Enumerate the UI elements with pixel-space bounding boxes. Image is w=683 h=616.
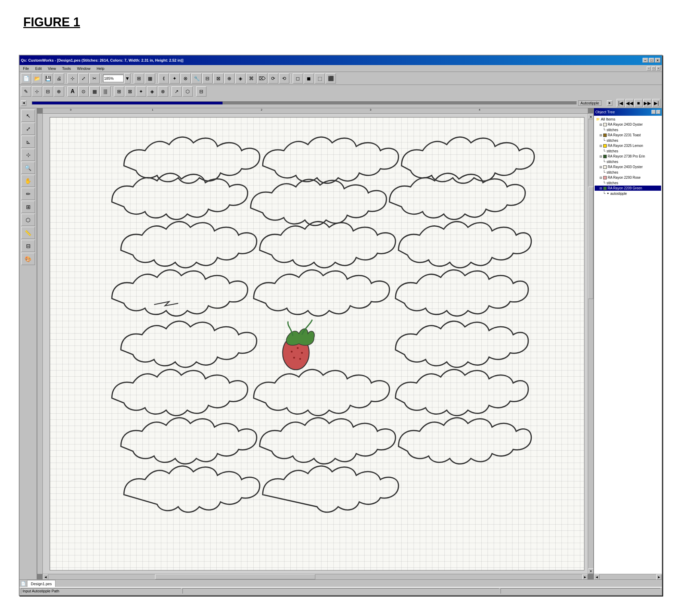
save-button[interactable]: 💾 bbox=[43, 73, 53, 84]
tree-close-btn[interactable]: × bbox=[656, 110, 660, 114]
inner-close-btn[interactable]: × bbox=[656, 66, 660, 71]
tree-item-stitches3[interactable]: └ stitches bbox=[595, 148, 661, 154]
menu-window[interactable]: Window bbox=[75, 66, 92, 71]
tool2-c[interactable]: ⊟ bbox=[43, 86, 53, 97]
menu-tools[interactable]: Tools bbox=[60, 66, 73, 71]
tool2-o[interactable]: ⬡ bbox=[182, 86, 193, 97]
tool-pan[interactable]: ✋ bbox=[21, 175, 35, 187]
print-button[interactable]: 🖨 bbox=[54, 73, 64, 84]
tree-item-stitches4[interactable]: └ stitches bbox=[595, 159, 661, 164]
tool-crop[interactable]: ⊹ bbox=[21, 149, 35, 161]
tree-item-stitches1[interactable]: └ stitches bbox=[595, 127, 661, 133]
tree-scroll-track[interactable] bbox=[599, 574, 656, 579]
tool-e[interactable]: ⊟ bbox=[202, 73, 213, 84]
tool-pencil[interactable]: ✏ bbox=[21, 188, 35, 200]
minimize-button[interactable]: − bbox=[643, 58, 648, 63]
tool2-b[interactable]: ⊹ bbox=[32, 86, 42, 97]
tool-m[interactable]: ◻ bbox=[293, 73, 303, 84]
h-scrollbar[interactable]: ◀ ▶ bbox=[43, 574, 588, 579]
tool-j[interactable]: ⌦ bbox=[257, 73, 267, 84]
tool2-g[interactable]: ▦ bbox=[89, 86, 100, 97]
menu-file[interactable]: File bbox=[21, 66, 31, 71]
tool-k[interactable]: ⟳ bbox=[268, 73, 278, 84]
tool2-e[interactable]: A bbox=[67, 86, 78, 97]
tree-item-green[interactable]: ⊟ RA Rayon 2209 Green bbox=[595, 186, 661, 191]
play-next-btn[interactable]: ▶▶ bbox=[643, 99, 652, 107]
play-prev-btn[interactable]: ◀◀ bbox=[625, 99, 634, 107]
tool-g[interactable]: ⊕ bbox=[224, 73, 235, 84]
drawing-canvas[interactable] bbox=[43, 114, 588, 574]
tool2-h[interactable]: ||| bbox=[100, 86, 111, 97]
slider-next[interactable]: ▶ bbox=[607, 100, 612, 106]
tool2-d[interactable]: ⊕ bbox=[54, 86, 64, 97]
tool-i[interactable]: ⌘ bbox=[246, 73, 256, 84]
tree-item-rose[interactable]: ⊟ RA Rayon 2293 Rose bbox=[595, 175, 661, 180]
inner-minimize-btn[interactable]: − bbox=[647, 66, 651, 71]
tree-minimize-btn[interactable]: − bbox=[652, 110, 656, 114]
tool-color[interactable]: 🎨 bbox=[21, 253, 35, 265]
tool-f[interactable]: ⊠ bbox=[213, 73, 224, 84]
inner-maximize-btn[interactable]: □ bbox=[652, 66, 656, 71]
tool2-j[interactable]: ⊠ bbox=[125, 86, 135, 97]
slider-track[interactable] bbox=[32, 101, 577, 105]
tree-item-lemon[interactable]: ⊟ RA Rayon 2325 Lemon bbox=[595, 143, 661, 148]
tool2-m[interactable]: ⊗ bbox=[158, 86, 168, 97]
slider-prev[interactable]: ◀ bbox=[21, 100, 26, 106]
tree-scroll-right[interactable]: ▶ bbox=[656, 574, 662, 580]
object-tree-content[interactable]: 📁 All Items ⊟ RA Rayon 2403 Oyster └ sti… bbox=[594, 116, 662, 574]
scroll-down-btn[interactable]: ▼ bbox=[588, 568, 593, 574]
tree-item-autostipple[interactable]: └ ✦ autostipple bbox=[595, 191, 661, 196]
tool-lasso[interactable]: ⊾ bbox=[21, 136, 35, 148]
tree-item-all[interactable]: 📁 All Items bbox=[595, 116, 661, 122]
tool-a[interactable]: ⟪ bbox=[159, 73, 169, 84]
view-btn2[interactable]: ▦ bbox=[145, 73, 155, 84]
tool-zoom[interactable]: 🔍 bbox=[21, 162, 35, 174]
h-scroll-track[interactable] bbox=[48, 574, 582, 579]
play-end-btn[interactable]: ▶| bbox=[652, 99, 660, 107]
tree-item-stitches5[interactable]: └ stitches bbox=[595, 169, 661, 175]
tree-h-scrollbar[interactable]: ◀ ▶ bbox=[594, 574, 662, 579]
tree-item-oyster2[interactable]: ⊟ RA Rayon 2403 Oyster bbox=[595, 164, 661, 169]
close-button[interactable]: × bbox=[655, 58, 660, 63]
play-stop-btn[interactable]: ■ bbox=[634, 99, 643, 107]
maximize-button[interactable]: □ bbox=[649, 58, 654, 63]
cut-button[interactable]: ✂ bbox=[89, 73, 100, 84]
scroll-up-btn[interactable]: ▲ bbox=[588, 114, 593, 119]
view-btn1[interactable]: ⊞ bbox=[134, 73, 144, 84]
tool-d[interactable]: 🔧 bbox=[191, 73, 202, 84]
tree-item-toast[interactable]: ⊟ RA Rayon 2231 Toast bbox=[595, 133, 661, 138]
tool-select[interactable]: ⤢ bbox=[21, 123, 35, 135]
tool-l[interactable]: ⟲ bbox=[279, 73, 289, 84]
tool2-f[interactable]: ⊙ bbox=[78, 86, 89, 97]
tool2-l[interactable]: ◈ bbox=[147, 86, 157, 97]
zoom-box[interactable]: 185% bbox=[103, 75, 124, 82]
tool-n[interactable]: ◼ bbox=[304, 73, 314, 84]
tool-nodes[interactable]: ⬡ bbox=[21, 214, 35, 226]
new-button[interactable]: 📄 bbox=[21, 73, 31, 84]
menu-edit[interactable]: Edit bbox=[33, 66, 44, 71]
tree-item-stitches6[interactable]: └ stitches bbox=[595, 180, 661, 186]
tree-item-stitches2[interactable]: └ stitches bbox=[595, 138, 661, 143]
tool-arrow[interactable]: ↖ bbox=[21, 110, 35, 122]
transform-button[interactable]: ⤢ bbox=[78, 73, 89, 84]
tool-c[interactable]: ⊗ bbox=[180, 73, 191, 84]
tool-p[interactable]: ⬛ bbox=[326, 73, 336, 84]
select-button[interactable]: ⊹ bbox=[67, 73, 78, 84]
scroll-left-btn[interactable]: ◀ bbox=[43, 574, 48, 579]
tool-stitch[interactable]: ⊟ bbox=[21, 240, 35, 252]
tool2-a[interactable]: ✎ bbox=[21, 86, 31, 97]
v-scrollbar[interactable]: ▲ ▼ bbox=[588, 114, 593, 574]
tool-grid[interactable]: ⊞ bbox=[21, 201, 35, 213]
open-button[interactable]: 📂 bbox=[32, 73, 42, 84]
tool-b[interactable]: ✦ bbox=[169, 73, 180, 84]
tool2-k[interactable]: ✦ bbox=[136, 86, 146, 97]
v-scroll-track[interactable] bbox=[588, 119, 593, 568]
tool-h[interactable]: ◈ bbox=[235, 73, 245, 84]
tool2-n[interactable]: ↗ bbox=[172, 86, 182, 97]
tool2-p[interactable]: ⊟ bbox=[196, 86, 206, 97]
tab-design1[interactable]: Design1.pes bbox=[27, 580, 55, 587]
tool2-i[interactable]: ⊞ bbox=[114, 86, 124, 97]
tree-item-oyster1[interactable]: ⊟ RA Rayon 2403 Oyster bbox=[595, 122, 661, 127]
zoom-dropdown-btn[interactable]: ▼ bbox=[124, 73, 130, 84]
v-scroll-thumb[interactable] bbox=[588, 187, 593, 299]
